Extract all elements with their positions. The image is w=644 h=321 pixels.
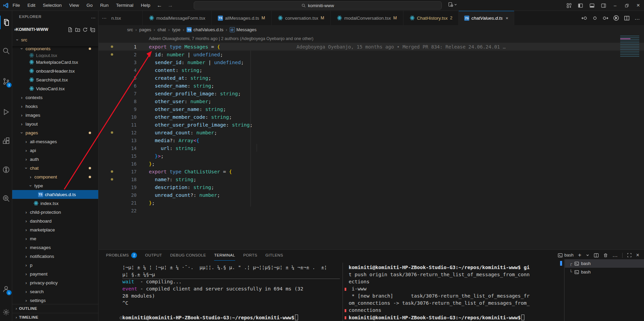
terminal-split-divider[interactable] bbox=[343, 263, 343, 321]
panel-tab-ports[interactable]: PORTS bbox=[243, 250, 257, 261]
breadcrumb-src[interactable]: src bbox=[127, 27, 133, 32]
minimize-icon[interactable]: – bbox=[609, 0, 621, 11]
tab-modalconversation-tsx[interactable]: modalConversation.tsxM bbox=[331, 11, 403, 25]
split-editor-icon[interactable] bbox=[624, 15, 630, 21]
dropdown-chevron-icon[interactable] bbox=[586, 253, 589, 257]
split-terminal-icon[interactable] bbox=[594, 253, 599, 258]
menu-item-terminal[interactable]: Terminal bbox=[112, 3, 137, 8]
explorer-item-videocard-tsx[interactable]: VideoCard.tsx bbox=[12, 84, 99, 93]
explorer-item-chat[interactable]: ›chat bbox=[12, 164, 99, 172]
explorer-item-chatvalues-d-ts[interactable]: TSchatValues.d.ts bbox=[12, 190, 99, 199]
code-editor[interactable]: Adeen Oluwagbotemi, 7 months ago | 2 aut… bbox=[99, 34, 644, 249]
explorer-item-images[interactable]: ›images bbox=[12, 111, 99, 119]
explorer-item-auth[interactable]: ›auth bbox=[12, 155, 99, 164]
command-center-search[interactable]: kominiti-www bbox=[194, 1, 442, 10]
code-line[interactable]: 20 unread_count?: number; bbox=[99, 191, 644, 199]
breadcrumb-symbol[interactable]: @Messages bbox=[230, 27, 257, 32]
explorer-item-all-messages[interactable]: ›all-messages bbox=[12, 137, 99, 146]
menu-item-help[interactable]: Help bbox=[137, 3, 154, 8]
explorer-item-messages[interactable]: ›messages bbox=[12, 243, 99, 252]
minimap[interactable] bbox=[620, 36, 639, 57]
run-file-icon[interactable] bbox=[613, 15, 619, 21]
breadcrumb-pages[interactable]: pages bbox=[139, 27, 151, 32]
menu-item-edit[interactable]: Edit bbox=[24, 3, 39, 8]
explorer-item-privacy-policy[interactable]: ›privacy-policy bbox=[12, 278, 99, 287]
more-actions-icon[interactable]: … bbox=[634, 15, 640, 21]
terminal-scrollbar[interactable] bbox=[560, 261, 562, 266]
explorer-item-index-tsx[interactable]: index.tsx bbox=[12, 199, 99, 208]
menu-item-run[interactable]: Run bbox=[97, 3, 112, 8]
explorer-root-folder[interactable]: › KOMINITI-WWW bbox=[12, 25, 99, 34]
toggle-panel-icon[interactable] bbox=[586, 0, 598, 11]
tab-chathistory-tsx[interactable]: ChatHistory.tsx2 bbox=[403, 11, 459, 25]
close-window-icon[interactable]: × bbox=[632, 0, 644, 11]
explorer-item-child-protection[interactable]: ›child-protection bbox=[12, 208, 99, 216]
explorer-item-api[interactable]: ›api bbox=[12, 146, 99, 155]
tab-modalmessageform-tsx[interactable]: modalMessageForm.tsx bbox=[143, 11, 212, 25]
code-line[interactable]: 6 sender_name: string; bbox=[99, 82, 644, 90]
gitlens-icon[interactable] bbox=[0, 163, 12, 176]
code-line[interactable]: 2 id: number | undefined; bbox=[99, 51, 644, 58]
code-line[interactable]: 4 content: string; bbox=[99, 66, 644, 74]
run-debug-icon[interactable] bbox=[0, 105, 12, 119]
panel-tab-gitlens[interactable]: GITLENS bbox=[265, 250, 283, 261]
open-changes-icon[interactable] bbox=[592, 15, 598, 21]
gitlens-inspect-icon[interactable] bbox=[0, 192, 12, 205]
code-line[interactable]: 8 other_user: number; bbox=[99, 97, 644, 105]
toggle-sidebar-icon[interactable] bbox=[575, 0, 586, 11]
kill-terminal-icon[interactable] bbox=[603, 253, 608, 258]
new-terminal-icon[interactable]: + bbox=[578, 252, 581, 259]
explorer-item-dashboard[interactable]: ›dashboard bbox=[12, 216, 99, 225]
code-line[interactable]: 14 url: string; bbox=[99, 144, 644, 152]
explorer-item-hooks[interactable]: ›hooks bbox=[12, 102, 99, 111]
timeline-section[interactable]: › TIMELINE bbox=[12, 313, 99, 321]
code-line[interactable]: 7 sender_profile_image: string; bbox=[99, 90, 644, 97]
more-actions-icon[interactable]: … bbox=[612, 252, 618, 258]
code-line[interactable]: 13 media?: Array<{ bbox=[99, 136, 644, 144]
terminal-instance-bash[interactable]: └bash bbox=[565, 268, 644, 276]
refresh-icon[interactable] bbox=[83, 27, 88, 32]
nav-forward-icon[interactable]: → bbox=[165, 2, 176, 8]
restore-icon[interactable] bbox=[621, 0, 632, 11]
collapse-all-icon[interactable] bbox=[90, 27, 95, 32]
explorer-item-type[interactable]: ›type bbox=[12, 181, 99, 190]
explorer-item-onboardheader-tsx[interactable]: onboardHeader.tsx bbox=[12, 67, 99, 75]
breadcrumb-type[interactable]: type bbox=[172, 27, 180, 32]
code-line[interactable]: 21}; bbox=[99, 199, 644, 207]
settings-gear-icon[interactable] bbox=[0, 305, 12, 319]
explorer-item-search[interactable]: ›search bbox=[12, 287, 99, 296]
terminal-shell-label[interactable]: bash bbox=[558, 253, 574, 258]
code-line[interactable]: 16}; bbox=[99, 160, 644, 168]
terminal-pane-right[interactable]: kominiti@kominiti-HP-ZBook-Studio-G3:~/r… bbox=[349, 265, 559, 321]
files-icon[interactable] bbox=[0, 16, 12, 29]
explorer-item-marketplacecard-tsx[interactable]: MarketplaceCard.tsx bbox=[12, 58, 99, 67]
code-line[interactable]: 19 description: string; bbox=[99, 183, 644, 191]
breadcrumb-chat[interactable]: chat bbox=[157, 27, 166, 32]
code-line[interactable]: 1export type Messages = {Adegboyega Oyeb… bbox=[99, 43, 644, 51]
source-control-icon[interactable]: 3 bbox=[0, 75, 12, 88]
new-folder-icon[interactable] bbox=[75, 27, 80, 32]
maximize-panel-icon[interactable] bbox=[627, 253, 632, 258]
panel-tab-output[interactable]: OUTPUT bbox=[145, 250, 162, 261]
toggle-secondary-sidebar-icon[interactable] bbox=[598, 0, 609, 11]
code-line[interactable]: 9 other_user_name: string; bbox=[99, 105, 644, 113]
code-line[interactable]: 11 other_user_profile_image: string; bbox=[99, 121, 644, 129]
explorer-item-logout-tsx[interactable]: Logout.tsx bbox=[12, 53, 99, 58]
tab-n-tsx[interactable]: ⋯n.tsx bbox=[99, 11, 143, 25]
customize-layout-icon[interactable] bbox=[563, 0, 575, 11]
explorer-item-payment[interactable]: ›payment bbox=[12, 269, 99, 278]
explorer-item-src[interactable]: ›src bbox=[12, 35, 99, 44]
close-tab-icon[interactable]: × bbox=[506, 16, 508, 21]
explorer-more-actions-icon[interactable]: … bbox=[91, 14, 96, 19]
code-line[interactable]: 10 other_member_code: string; bbox=[99, 113, 644, 121]
tab-conversation-tsx[interactable]: conversation.tsxM bbox=[272, 11, 331, 25]
code-line[interactable]: 12 unread_count: number; bbox=[99, 129, 644, 136]
menu-item-view[interactable]: View bbox=[66, 3, 83, 8]
search-icon[interactable] bbox=[0, 44, 12, 58]
code-line[interactable]: 22 bbox=[99, 207, 644, 214]
nav-back-icon[interactable]: ← bbox=[154, 2, 165, 8]
explorer-item-settings[interactable]: ›settings bbox=[12, 296, 99, 305]
outline-section[interactable]: › OUTLINE bbox=[12, 304, 99, 313]
new-file-icon[interactable] bbox=[68, 27, 73, 32]
explorer-item-notifications[interactable]: ›notifications bbox=[12, 252, 99, 261]
